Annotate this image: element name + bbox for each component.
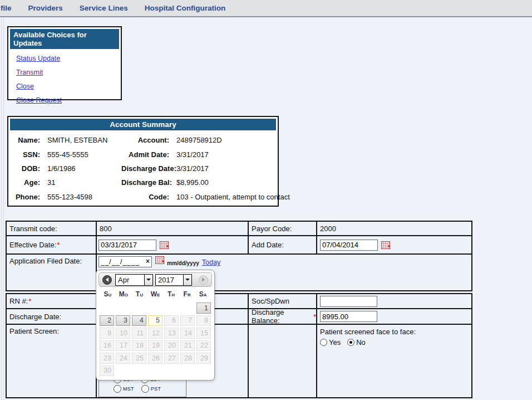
soc-spdwn-label: Soc/SpDwn — [249, 294, 316, 308]
discharge-date-value: 3/31/2017 — [176, 164, 274, 173]
calendar-day-22: 22 — [196, 340, 211, 352]
face-to-face-no-label: No — [356, 338, 366, 347]
prev-month-button[interactable] — [102, 275, 112, 285]
calendar-day-empty — [148, 303, 162, 314]
mst-label: MST — [123, 386, 134, 392]
application-filed-date-label: Application Filed Date: — [7, 255, 96, 290]
chevron-down-icon — [144, 275, 152, 285]
status-update-link[interactable]: Status Update — [16, 55, 60, 62]
transmit-link[interactable]: Transmit — [16, 69, 43, 76]
admit-date-label: Admit Date: — [121, 150, 169, 159]
name-label: Name: — [13, 136, 40, 144]
day-header: Su — [100, 290, 116, 300]
calendar-day-15: 15 — [196, 328, 211, 339]
calendar-day-26: 26 — [148, 353, 162, 364]
calendar-day-16: 16 — [100, 340, 114, 352]
discharge-balance-label: Discharge Balance:* — [249, 309, 316, 324]
month-select[interactable]: Apr — [115, 274, 153, 286]
payor-code-label: Payor Code: — [249, 222, 316, 235]
nav-item-providers[interactable]: Providers — [28, 4, 63, 12]
discharge-bal-value: $8,995.00 — [176, 178, 274, 187]
name-value: SMITH, ESTEBAN — [47, 136, 114, 144]
nav-item-file[interactable]: file — [1, 4, 12, 12]
phone-value: 555-123-4598 — [47, 193, 114, 201]
add-date-input[interactable] — [320, 240, 378, 251]
ssn-value: 555-45-5555 — [47, 150, 114, 159]
account-value: 2489758912D — [176, 136, 274, 144]
discharge-balance-input[interactable] — [320, 311, 377, 322]
nav-item-service-lines[interactable]: Service Lines — [80, 4, 128, 12]
admit-date-value: 3/31/2017 — [176, 150, 274, 159]
face-to-face-options: Yes No — [320, 338, 366, 347]
calendar-day-18: 18 — [132, 340, 146, 352]
account-summary-title: Account Summary — [10, 119, 276, 130]
calendar-day-1[interactable]: 1 — [196, 303, 211, 314]
close-request-link[interactable]: Close Request — [16, 96, 62, 104]
today-link[interactable]: Today — [202, 258, 220, 266]
application-filed-date-input[interactable] — [98, 256, 152, 267]
calendar-day-13: 13 — [164, 328, 179, 339]
soc-spdwn-input[interactable] — [320, 296, 377, 307]
face-to-face-yes-radio[interactable] — [320, 339, 327, 346]
calendar-icon[interactable] — [155, 256, 164, 264]
calendar-day-3[interactable]: 3 — [116, 315, 130, 326]
year-select[interactable]: 2017 — [155, 274, 192, 286]
calendar-day-25: 25 — [132, 353, 146, 364]
day-header: We — [147, 290, 164, 300]
chevron-down-icon — [183, 275, 191, 285]
payor-code-value: 2000 — [317, 222, 471, 235]
calendar-icon[interactable] — [160, 241, 169, 249]
face-to-face-cell: Patient screened face to face: Yes No — [317, 325, 471, 397]
year-select-value: 2017 — [156, 276, 183, 284]
right-arrow-icon — [202, 277, 205, 282]
discharge-date-field-label: Discharge Date: — [7, 309, 96, 324]
calendar-day-9: 9 — [100, 328, 114, 339]
day-header: Sa — [195, 290, 211, 300]
ssn-label: SSN: — [13, 150, 40, 159]
pst-label: PST — [151, 386, 161, 392]
calendar-day-headers: Su Mo Tu We Th Fr Sa — [100, 290, 211, 300]
account-summary-row: DOB: 1/6/1986 Discharge Date: 3/31/2017 — [8, 162, 278, 175]
face-to-face-no-radio[interactable] — [347, 339, 354, 346]
calendar-day-empty — [100, 303, 114, 314]
day-header: Mo — [116, 290, 132, 300]
day-header: Fr — [179, 290, 195, 300]
next-month-button — [199, 275, 208, 285]
transmit-code-value: 800 — [97, 222, 248, 235]
effective-date-input[interactable] — [98, 240, 156, 251]
close-link[interactable]: Close — [16, 82, 34, 90]
account-summary-rows: Name: SMITH, ESTEBAN Account: 2489758912… — [8, 133, 278, 204]
mst-radio[interactable] — [114, 385, 121, 393]
timezone-row: MST PST — [114, 385, 168, 393]
soc-spdwn-cell — [317, 294, 471, 308]
calendar-icon[interactable] — [381, 241, 390, 249]
calendar-day-10: 10 — [116, 328, 130, 339]
calendar-day-21: 21 — [180, 340, 195, 352]
effective-date-label: Effective Date:* — [7, 236, 96, 253]
calendar-day-4[interactable]: 4 — [132, 315, 146, 326]
clear-date-icon[interactable]: × — [146, 258, 150, 265]
calendar-day-8: 8 — [196, 315, 211, 326]
pst-radio[interactable] — [141, 385, 149, 393]
calendar-day-19: 19 — [148, 340, 162, 352]
calendar-day-empty — [116, 303, 130, 314]
calendar-grid: 1234567891011121314151617181920212223242… — [100, 303, 211, 376]
phone-label: Phone: — [13, 193, 40, 201]
add-date-cell — [317, 236, 471, 253]
calendar-day-11: 11 — [132, 328, 146, 339]
detail-form-upper: Transmit code: 800 Payor Code: 2000 Effe… — [6, 221, 472, 291]
calendar-day-5[interactable]: 5 — [148, 315, 162, 326]
calendar-day-29: 29 — [196, 353, 211, 364]
empty-cell — [249, 325, 316, 397]
nav-item-hospital-configuration[interactable]: Hospital Configuration — [145, 4, 226, 12]
calendar-day-empty — [196, 365, 211, 377]
rn-number-label: RN #:* — [7, 294, 96, 308]
month-select-value: Apr — [116, 276, 144, 284]
calendar-day-empty — [180, 303, 195, 314]
calendar-day-7: 7 — [180, 315, 195, 326]
calendar-day-24: 24 — [116, 353, 130, 364]
account-summary-row: SSN: 555-45-5555 Admit Date: 3/31/2017 — [8, 147, 278, 161]
left-arrow-icon — [106, 277, 109, 282]
day-header: Tu — [131, 290, 147, 300]
calendar-day-2[interactable]: 2 — [100, 315, 114, 326]
